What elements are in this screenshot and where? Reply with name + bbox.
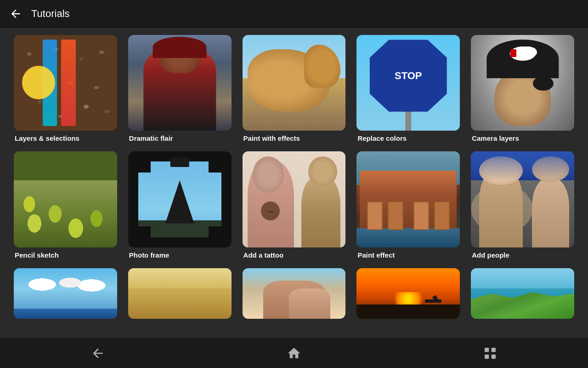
tutorial-item-sky[interactable] bbox=[14, 268, 117, 319]
tutorial-thumb-sunset bbox=[356, 268, 460, 319]
tutorial-label-pencil: Pencil sketch bbox=[14, 251, 117, 259]
tutorial-grid: Layers & selections Dramatic flair bbox=[14, 35, 574, 319]
tutorial-thumb-beach bbox=[243, 268, 346, 319]
tutorial-thumb-paint-effect bbox=[356, 151, 460, 247]
tutorial-thumb-dramatic bbox=[128, 35, 232, 131]
home-nav-button[interactable] bbox=[280, 344, 308, 362]
main-content: Layers & selections Dramatic flair bbox=[0, 28, 588, 338]
svg-rect-3 bbox=[491, 355, 495, 359]
top-bar: Tutorials bbox=[0, 0, 588, 28]
tutorial-item-dramatic-flair[interactable]: Dramatic flair bbox=[128, 35, 232, 142]
tutorial-label-layers: Layers & selections bbox=[14, 134, 117, 142]
bottom-nav-bar bbox=[0, 338, 588, 368]
back-button[interactable] bbox=[7, 6, 24, 22]
tutorial-thumb-frame bbox=[128, 151, 232, 247]
tutorial-item-paint-effect[interactable]: Paint effect bbox=[356, 151, 460, 259]
tutorial-item-add-tattoo[interactable]: ⸻ Add a tattoo bbox=[243, 151, 346, 259]
svg-rect-1 bbox=[491, 348, 495, 352]
tutorial-label-paint-effect: Paint effect bbox=[356, 251, 460, 259]
tutorial-item-camera-layers[interactable]: Camera layers bbox=[471, 35, 574, 142]
tutorial-label-paint: Paint with effects bbox=[243, 134, 346, 142]
tutorial-thumb-tattoo: ⸻ bbox=[243, 151, 346, 247]
tutorial-thumb-desert bbox=[128, 268, 232, 319]
tutorial-label-camera: Camera layers bbox=[471, 134, 574, 142]
tutorial-item-photo-frame[interactable]: Photo frame bbox=[128, 151, 232, 259]
tutorial-item-coastal[interactable] bbox=[471, 268, 574, 319]
tutorial-item-desert[interactable] bbox=[128, 268, 232, 319]
tutorial-label-tattoo: Add a tattoo bbox=[243, 251, 346, 259]
tutorial-item-add-people[interactable]: Add people bbox=[471, 151, 574, 259]
tutorial-label-dramatic: Dramatic flair bbox=[128, 134, 232, 142]
tutorial-thumb-add-people bbox=[471, 151, 574, 247]
tutorial-item-layers-selections[interactable]: Layers & selections bbox=[14, 35, 117, 142]
recent-apps-button[interactable] bbox=[476, 344, 504, 362]
tutorial-item-paint-effects[interactable]: Paint with effects bbox=[243, 35, 346, 142]
page-title: Tutorials bbox=[31, 8, 70, 20]
tutorial-thumb-pencil bbox=[14, 151, 117, 247]
tutorial-item-beach[interactable] bbox=[243, 268, 346, 319]
tutorial-item-replace-colors[interactable]: STOP Replace colors bbox=[356, 35, 460, 142]
tutorial-label-add-people: Add people bbox=[471, 251, 574, 259]
stop-sign-text: STOP bbox=[395, 70, 422, 82]
tutorial-thumb-camera bbox=[471, 35, 574, 131]
tutorial-label-replace: Replace colors bbox=[356, 134, 460, 142]
back-nav-button[interactable] bbox=[84, 344, 112, 362]
tutorial-thumb-sky bbox=[14, 268, 117, 319]
tutorial-label-frame: Photo frame bbox=[128, 251, 232, 259]
tutorial-thumb-layers bbox=[14, 35, 117, 131]
tutorial-item-pencil-sketch[interactable]: Pencil sketch bbox=[14, 151, 117, 259]
svg-rect-0 bbox=[485, 348, 489, 352]
tutorial-thumb-replace: STOP bbox=[356, 35, 460, 131]
svg-rect-2 bbox=[485, 355, 489, 359]
tutorial-item-sunset[interactable] bbox=[356, 268, 460, 319]
tutorial-thumb-paint bbox=[243, 35, 346, 131]
tutorial-thumb-coastal bbox=[471, 268, 574, 319]
